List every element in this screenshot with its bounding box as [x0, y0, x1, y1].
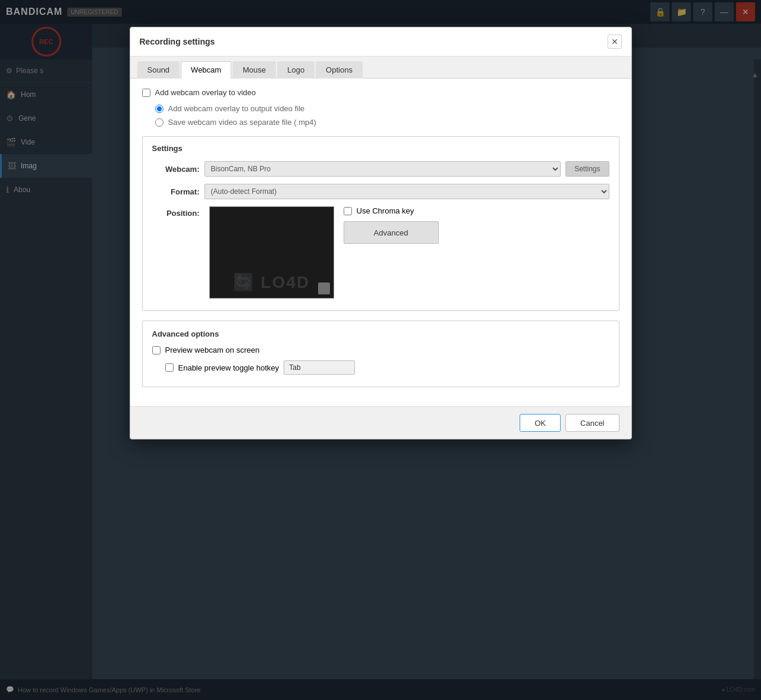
position-controls: Use Chroma key Advanced — [344, 206, 439, 244]
chroma-key-label[interactable]: Use Chroma key — [357, 206, 414, 215]
tab-mouse[interactable]: Mouse — [232, 61, 276, 79]
dialog-overlay: Recording settings ✕ Sound Webcam Mouse … — [0, 0, 761, 700]
hotkey-input[interactable] — [284, 360, 355, 375]
radio-group: Add webcam overlay to output video file … — [155, 104, 620, 127]
toggle-hotkey-label[interactable]: Enable preview toggle hotkey — [178, 363, 279, 372]
tab-webcam[interactable]: Webcam — [181, 61, 231, 79]
advanced-button[interactable]: Advanced — [344, 221, 439, 244]
settings-group: Settings Webcam: BisonCam, NB Pro Settin… — [142, 136, 620, 311]
radio-separate-row: Save webcam video as separate file (.mp4… — [155, 118, 620, 127]
chroma-key-checkbox[interactable] — [344, 207, 352, 215]
cancel-button[interactable]: Cancel — [565, 414, 619, 432]
format-select[interactable]: (Auto-detect Format) — [205, 184, 609, 199]
position-row: Position: 🔄 LO4D Use Chroma key Advanced — [152, 206, 609, 299]
format-row: Format: (Auto-detect Format) — [152, 184, 609, 199]
tab-sound[interactable]: Sound — [137, 61, 180, 79]
dialog-title: Recording settings — [140, 37, 215, 46]
radio-output-label[interactable]: Add webcam overlay to output video file — [168, 104, 305, 113]
tab-options[interactable]: Options — [316, 61, 363, 79]
preview-watermark: 🔄 LO4D — [233, 272, 310, 292]
add-overlay-checkbox[interactable] — [142, 89, 150, 97]
ok-button[interactable]: OK — [520, 414, 561, 432]
tab-logo[interactable]: Logo — [277, 61, 315, 79]
toggle-hotkey-checkbox[interactable] — [165, 363, 174, 372]
webcam-label: Webcam: — [152, 165, 200, 174]
add-overlay-row: Add webcam overlay to video — [142, 88, 620, 97]
add-overlay-label[interactable]: Add webcam overlay to video — [155, 88, 256, 97]
toggle-hotkey-row: Enable preview toggle hotkey — [165, 360, 609, 375]
recording-settings-dialog: Recording settings ✕ Sound Webcam Mouse … — [130, 27, 632, 440]
radio-separate-label[interactable]: Save webcam video as separate file (.mp4… — [168, 118, 316, 127]
chroma-key-row: Use Chroma key — [344, 206, 439, 215]
preview-webcam-row: Preview webcam on screen — [152, 346, 609, 354]
webcam-row: Webcam: BisonCam, NB Pro Settings — [152, 161, 609, 177]
dialog-body: Add webcam overlay to video Add webcam o… — [130, 79, 631, 406]
webcam-select[interactable]: BisonCam, NB Pro — [205, 161, 561, 177]
advanced-options-title: Advanced options — [152, 329, 609, 338]
dialog-close-button[interactable]: ✕ — [608, 34, 622, 49]
dialog-titlebar: Recording settings ✕ — [130, 27, 631, 56]
preview-resize-handle[interactable] — [318, 282, 330, 294]
format-label: Format: — [152, 187, 200, 196]
preview-webcam-label[interactable]: Preview webcam on screen — [165, 346, 260, 354]
webcam-preview[interactable]: 🔄 LO4D — [209, 206, 334, 299]
radio-output[interactable] — [155, 105, 163, 113]
webcam-settings-button[interactable]: Settings — [565, 161, 609, 177]
radio-separate[interactable] — [155, 118, 163, 127]
radio-output-row: Add webcam overlay to output video file — [155, 104, 620, 113]
position-label: Position: — [152, 206, 200, 218]
preview-webcam-checkbox[interactable] — [152, 346, 161, 354]
settings-group-title: Settings — [152, 144, 609, 153]
advanced-options-group: Advanced options Preview webcam on scree… — [142, 321, 620, 387]
dialog-tabs: Sound Webcam Mouse Logo Options — [130, 56, 631, 79]
dialog-footer: OK Cancel — [130, 406, 631, 439]
